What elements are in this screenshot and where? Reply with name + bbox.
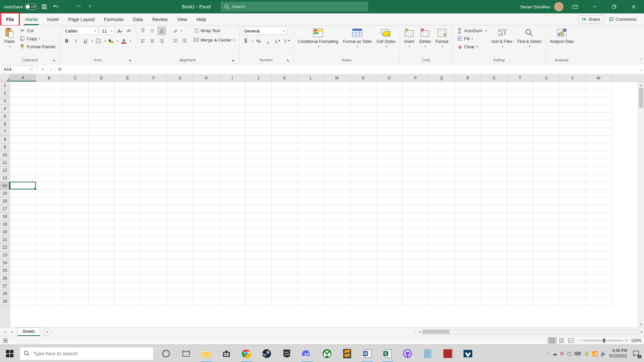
merge-center-button[interactable]: Merge & Center▾ bbox=[192, 36, 236, 44]
cell[interactable] bbox=[167, 259, 193, 267]
cell[interactable] bbox=[586, 167, 612, 174]
cell[interactable] bbox=[193, 267, 219, 275]
cell[interactable] bbox=[219, 167, 246, 174]
cell[interactable] bbox=[455, 182, 481, 190]
cell[interactable] bbox=[402, 89, 429, 97]
cell[interactable] bbox=[350, 221, 376, 228]
cell[interactable] bbox=[559, 282, 586, 290]
cell[interactable] bbox=[559, 275, 586, 282]
cell[interactable] bbox=[10, 221, 36, 228]
cell[interactable] bbox=[272, 259, 298, 267]
cell[interactable] bbox=[559, 267, 586, 275]
cell[interactable] bbox=[141, 205, 167, 213]
cell[interactable] bbox=[533, 190, 559, 197]
cell[interactable] bbox=[324, 197, 350, 205]
cell[interactable] bbox=[402, 267, 429, 275]
cell[interactable] bbox=[62, 290, 89, 298]
battery-icon[interactable]: 🔋 bbox=[584, 351, 589, 356]
cell[interactable] bbox=[62, 174, 89, 182]
cell[interactable] bbox=[298, 97, 324, 105]
input-icon[interactable]: ⌨ bbox=[574, 351, 581, 356]
cell[interactable] bbox=[89, 205, 115, 213]
accounting-dropdown[interactable]: ▾ bbox=[252, 40, 253, 43]
cell[interactable] bbox=[429, 113, 455, 120]
cell[interactable] bbox=[167, 89, 193, 97]
cell[interactable] bbox=[89, 167, 115, 174]
fill-color-dropdown[interactable]: ▾ bbox=[117, 40, 118, 43]
cell[interactable] bbox=[36, 205, 62, 213]
cell[interactable] bbox=[141, 97, 167, 105]
cell[interactable] bbox=[115, 228, 141, 236]
cell[interactable] bbox=[246, 167, 272, 174]
cell[interactable] bbox=[559, 259, 586, 267]
cell[interactable] bbox=[219, 151, 246, 159]
cell[interactable] bbox=[115, 290, 141, 298]
cell[interactable] bbox=[324, 282, 350, 290]
cell[interactable] bbox=[559, 182, 586, 190]
cell[interactable] bbox=[62, 197, 89, 205]
cell[interactable] bbox=[376, 205, 402, 213]
cell[interactable] bbox=[167, 113, 193, 120]
cell[interactable] bbox=[219, 251, 246, 259]
cell[interactable] bbox=[272, 143, 298, 151]
cell[interactable] bbox=[376, 136, 402, 143]
cell[interactable] bbox=[559, 298, 586, 305]
cell[interactable] bbox=[324, 267, 350, 275]
cell[interactable] bbox=[533, 143, 559, 151]
cell[interactable] bbox=[10, 236, 36, 244]
cell[interactable] bbox=[246, 128, 272, 136]
cell[interactable] bbox=[36, 236, 62, 244]
cell[interactable] bbox=[533, 267, 559, 275]
cell[interactable] bbox=[36, 244, 62, 251]
cell[interactable] bbox=[586, 105, 612, 113]
cell[interactable] bbox=[324, 205, 350, 213]
cell[interactable] bbox=[141, 236, 167, 244]
cell[interactable] bbox=[481, 190, 507, 197]
cell[interactable] bbox=[533, 228, 559, 236]
row-header[interactable]: 8 bbox=[0, 136, 10, 143]
cell[interactable] bbox=[246, 213, 272, 221]
cell[interactable] bbox=[219, 82, 246, 89]
cell[interactable] bbox=[507, 221, 533, 228]
cell[interactable] bbox=[89, 174, 115, 182]
cell[interactable] bbox=[429, 182, 455, 190]
cell[interactable] bbox=[402, 167, 429, 174]
cell[interactable] bbox=[89, 136, 115, 143]
cell[interactable] bbox=[10, 113, 36, 120]
cell[interactable] bbox=[298, 190, 324, 197]
cell[interactable] bbox=[481, 113, 507, 120]
cell[interactable] bbox=[376, 244, 402, 251]
cell[interactable] bbox=[376, 221, 402, 228]
cell[interactable] bbox=[219, 221, 246, 228]
font-size-select[interactable]: 11▾ bbox=[100, 27, 114, 35]
cell[interactable] bbox=[10, 205, 36, 213]
cell[interactable] bbox=[298, 205, 324, 213]
cell[interactable] bbox=[350, 290, 376, 298]
cell[interactable] bbox=[141, 182, 167, 190]
cell[interactable] bbox=[559, 228, 586, 236]
app-icon[interactable] bbox=[438, 345, 458, 362]
clock[interactable]: 4:49 PM 5/12/2021 bbox=[609, 348, 627, 359]
cell[interactable] bbox=[350, 197, 376, 205]
cell[interactable] bbox=[36, 174, 62, 182]
cell[interactable] bbox=[89, 120, 115, 128]
cell[interactable] bbox=[350, 113, 376, 120]
delete-cells-button[interactable]: Delete▾ bbox=[418, 27, 432, 49]
column-header[interactable]: P bbox=[402, 74, 429, 81]
cell[interactable] bbox=[481, 167, 507, 174]
cell[interactable] bbox=[62, 244, 89, 251]
cell[interactable] bbox=[533, 251, 559, 259]
cell[interactable] bbox=[455, 113, 481, 120]
cell[interactable] bbox=[507, 182, 533, 190]
cell[interactable] bbox=[219, 267, 246, 275]
cell[interactable] bbox=[455, 89, 481, 97]
cell[interactable] bbox=[402, 259, 429, 267]
cell[interactable] bbox=[219, 128, 246, 136]
row-header[interactable]: 17 bbox=[0, 205, 10, 213]
cell[interactable] bbox=[36, 182, 62, 190]
cell[interactable] bbox=[272, 236, 298, 244]
sublime-text-icon[interactable] bbox=[337, 345, 357, 362]
cell[interactable] bbox=[533, 282, 559, 290]
cell[interactable] bbox=[272, 244, 298, 251]
cell[interactable] bbox=[507, 136, 533, 143]
